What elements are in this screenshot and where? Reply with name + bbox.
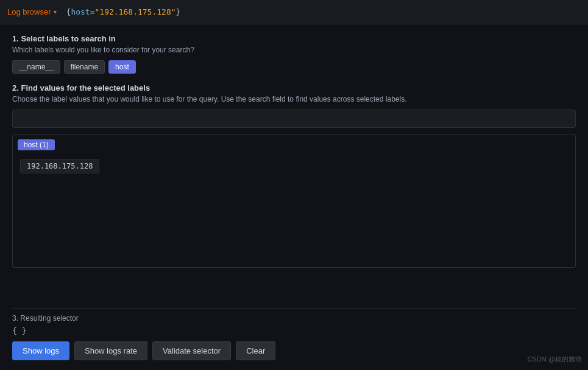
label-tag-filename[interactable]: filename bbox=[64, 60, 105, 74]
label-tags-container: __name__ filename host bbox=[12, 60, 576, 74]
query-brace-close: } bbox=[176, 7, 181, 16]
log-browser-nav[interactable]: Log browser ▾ bbox=[7, 7, 57, 16]
group-header-host[interactable]: host (1) bbox=[18, 139, 55, 150]
action-buttons: Show logs Show logs rate Validate select… bbox=[12, 341, 576, 360]
section2-title: 2. Find values for the selected labels bbox=[12, 83, 576, 92]
section-values: 2. Find values for the selected labels C… bbox=[12, 83, 576, 268]
section1-title: 1. Select labels to search in bbox=[12, 34, 576, 43]
query-display: {host="192.168.175.128"} bbox=[66, 7, 181, 16]
validate-selector-button[interactable]: Validate selector bbox=[152, 341, 231, 360]
values-container: host (1) 192.168.175.128 bbox=[12, 134, 576, 268]
query-equals: = bbox=[90, 7, 95, 16]
value-item-ip[interactable]: 192.168.175.128 bbox=[20, 159, 99, 173]
query-value: "192.168.175.128" bbox=[95, 7, 176, 16]
show-logs-button[interactable]: Show logs bbox=[12, 341, 69, 360]
watermark: CSDN @稳的雅痞 bbox=[528, 355, 582, 364]
clear-button[interactable]: Clear bbox=[236, 341, 275, 360]
log-browser-label: Log browser bbox=[7, 7, 51, 16]
main-content: 1. Select labels to search in Which labe… bbox=[0, 24, 588, 370]
section3-title: 3. Resulting selector bbox=[12, 314, 576, 323]
section-labels: 1. Select labels to search in Which labe… bbox=[12, 34, 576, 74]
selector-display: { } bbox=[12, 326, 576, 335]
chevron-down-icon: ▾ bbox=[54, 9, 57, 15]
label-tag-host[interactable]: host bbox=[108, 60, 136, 74]
section-selector: 3. Resulting selector { } Show logs Show… bbox=[12, 309, 576, 360]
top-bar: Log browser ▾ {host="192.168.175.128"} bbox=[0, 0, 588, 24]
show-logs-rate-button[interactable]: Show logs rate bbox=[74, 341, 147, 360]
query-key: host bbox=[71, 7, 90, 16]
section2-subtitle: Choose the label values that you would l… bbox=[12, 95, 576, 103]
label-tag-name[interactable]: __name__ bbox=[12, 60, 60, 74]
search-input-area[interactable] bbox=[12, 110, 576, 128]
section1-subtitle: Which labels would you like to consider … bbox=[12, 46, 576, 54]
